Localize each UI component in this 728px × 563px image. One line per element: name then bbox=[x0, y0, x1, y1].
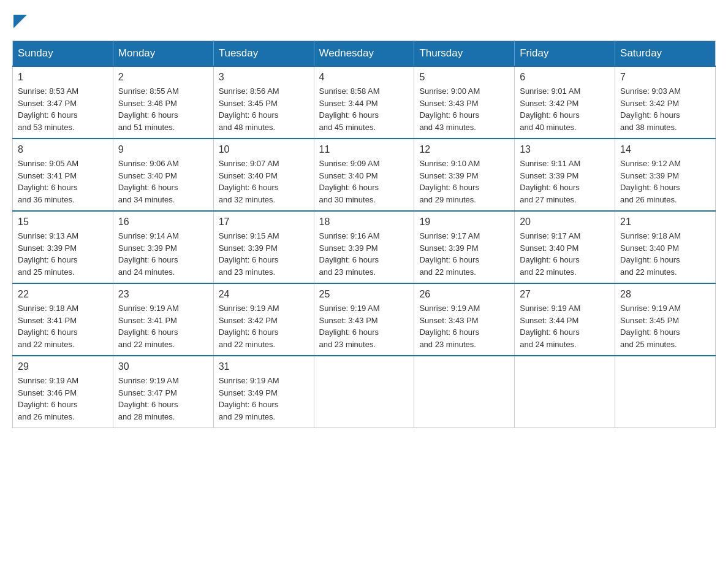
logo-triangle-icon bbox=[13, 15, 27, 28]
day-number: 26 bbox=[419, 289, 509, 300]
calendar-cell: 15 Sunrise: 9:13 AM Sunset: 3:39 PM Dayl… bbox=[13, 211, 113, 283]
day-number: 23 bbox=[118, 289, 208, 300]
day-header-friday: Friday bbox=[515, 41, 615, 67]
day-number: 9 bbox=[118, 144, 208, 155]
day-info: Sunrise: 9:16 AM Sunset: 3:39 PM Dayligh… bbox=[319, 230, 409, 278]
day-number: 8 bbox=[18, 144, 108, 155]
day-info: Sunrise: 9:11 AM Sunset: 3:39 PM Dayligh… bbox=[520, 158, 610, 205]
calendar-cell bbox=[615, 356, 716, 428]
calendar-cell bbox=[414, 356, 515, 428]
day-info: Sunrise: 8:53 AM Sunset: 3:47 PM Dayligh… bbox=[18, 85, 108, 133]
day-number: 12 bbox=[419, 144, 509, 155]
calendar-cell: 27 Sunrise: 9:19 AM Sunset: 3:44 PM Dayl… bbox=[515, 283, 615, 356]
day-info: Sunrise: 9:17 AM Sunset: 3:39 PM Dayligh… bbox=[419, 230, 509, 278]
day-number: 21 bbox=[620, 216, 710, 228]
day-info: Sunrise: 9:07 AM Sunset: 3:40 PM Dayligh… bbox=[219, 158, 309, 205]
day-number: 30 bbox=[118, 361, 208, 372]
logo-combined bbox=[12, 12, 27, 28]
calendar-week-row: 1 Sunrise: 8:53 AM Sunset: 3:47 PM Dayli… bbox=[13, 66, 716, 139]
calendar-cell: 17 Sunrise: 9:15 AM Sunset: 3:39 PM Dayl… bbox=[213, 211, 314, 283]
day-info: Sunrise: 9:12 AM Sunset: 3:39 PM Dayligh… bbox=[620, 158, 710, 205]
day-number: 11 bbox=[319, 144, 409, 155]
calendar-cell bbox=[314, 356, 414, 428]
page-header bbox=[12, 12, 716, 28]
calendar-cell: 19 Sunrise: 9:17 AM Sunset: 3:39 PM Dayl… bbox=[414, 211, 515, 283]
day-number: 16 bbox=[118, 216, 208, 228]
day-info: Sunrise: 9:01 AM Sunset: 3:42 PM Dayligh… bbox=[520, 85, 610, 133]
day-info: Sunrise: 9:10 AM Sunset: 3:39 PM Dayligh… bbox=[419, 158, 509, 205]
calendar-cell: 16 Sunrise: 9:14 AM Sunset: 3:39 PM Dayl… bbox=[113, 211, 213, 283]
day-number: 7 bbox=[620, 72, 710, 83]
calendar-cell: 26 Sunrise: 9:19 AM Sunset: 3:43 PM Dayl… bbox=[414, 283, 515, 356]
day-info: Sunrise: 9:06 AM Sunset: 3:40 PM Dayligh… bbox=[118, 158, 208, 205]
day-header-wednesday: Wednesday bbox=[314, 41, 414, 67]
day-info: Sunrise: 9:14 AM Sunset: 3:39 PM Dayligh… bbox=[118, 230, 208, 278]
calendar-cell: 4 Sunrise: 8:58 AM Sunset: 3:44 PM Dayli… bbox=[314, 66, 414, 139]
day-info: Sunrise: 8:56 AM Sunset: 3:45 PM Dayligh… bbox=[219, 85, 309, 133]
day-info: Sunrise: 9:19 AM Sunset: 3:42 PM Dayligh… bbox=[219, 302, 309, 350]
calendar-cell: 25 Sunrise: 9:19 AM Sunset: 3:43 PM Dayl… bbox=[314, 283, 414, 356]
day-info: Sunrise: 9:19 AM Sunset: 3:44 PM Dayligh… bbox=[520, 302, 610, 350]
day-header-sunday: Sunday bbox=[13, 41, 113, 67]
day-number: 3 bbox=[219, 72, 309, 83]
calendar-cell: 10 Sunrise: 9:07 AM Sunset: 3:40 PM Dayl… bbox=[213, 139, 314, 211]
day-number: 25 bbox=[319, 289, 409, 300]
svg-marker-0 bbox=[13, 15, 27, 28]
day-info: Sunrise: 9:17 AM Sunset: 3:40 PM Dayligh… bbox=[520, 230, 610, 278]
day-info: Sunrise: 9:18 AM Sunset: 3:41 PM Dayligh… bbox=[18, 302, 108, 350]
day-info: Sunrise: 9:19 AM Sunset: 3:43 PM Dayligh… bbox=[319, 302, 409, 350]
day-info: Sunrise: 8:58 AM Sunset: 3:44 PM Dayligh… bbox=[319, 85, 409, 133]
calendar-cell: 22 Sunrise: 9:18 AM Sunset: 3:41 PM Dayl… bbox=[13, 283, 113, 356]
calendar-cell: 5 Sunrise: 9:00 AM Sunset: 3:43 PM Dayli… bbox=[414, 66, 515, 139]
day-number: 27 bbox=[520, 289, 610, 300]
day-number: 19 bbox=[419, 216, 509, 228]
day-number: 2 bbox=[118, 72, 208, 83]
calendar-cell: 28 Sunrise: 9:19 AM Sunset: 3:45 PM Dayl… bbox=[615, 283, 716, 356]
calendar-cell: 12 Sunrise: 9:10 AM Sunset: 3:39 PM Dayl… bbox=[414, 139, 515, 211]
calendar-cell: 14 Sunrise: 9:12 AM Sunset: 3:39 PM Dayl… bbox=[615, 139, 716, 211]
day-number: 29 bbox=[18, 361, 108, 372]
day-number: 31 bbox=[219, 361, 309, 372]
calendar-cell: 11 Sunrise: 9:09 AM Sunset: 3:40 PM Dayl… bbox=[314, 139, 414, 211]
calendar-cell: 29 Sunrise: 9:19 AM Sunset: 3:46 PM Dayl… bbox=[13, 356, 113, 428]
day-info: Sunrise: 9:03 AM Sunset: 3:42 PM Dayligh… bbox=[620, 85, 710, 133]
calendar-week-row: 29 Sunrise: 9:19 AM Sunset: 3:46 PM Dayl… bbox=[13, 356, 716, 428]
calendar-week-row: 15 Sunrise: 9:13 AM Sunset: 3:39 PM Dayl… bbox=[13, 211, 716, 283]
day-info: Sunrise: 9:05 AM Sunset: 3:41 PM Dayligh… bbox=[18, 158, 108, 205]
calendar-cell: 1 Sunrise: 8:53 AM Sunset: 3:47 PM Dayli… bbox=[13, 66, 113, 139]
day-number: 15 bbox=[18, 216, 108, 228]
calendar-cell: 24 Sunrise: 9:19 AM Sunset: 3:42 PM Dayl… bbox=[213, 283, 314, 356]
calendar-cell: 7 Sunrise: 9:03 AM Sunset: 3:42 PM Dayli… bbox=[615, 66, 716, 139]
day-info: Sunrise: 9:19 AM Sunset: 3:46 PM Dayligh… bbox=[18, 375, 108, 423]
day-header-saturday: Saturday bbox=[615, 41, 716, 67]
calendar-cell bbox=[515, 356, 615, 428]
calendar-cell: 9 Sunrise: 9:06 AM Sunset: 3:40 PM Dayli… bbox=[113, 139, 213, 211]
calendar-week-row: 22 Sunrise: 9:18 AM Sunset: 3:41 PM Dayl… bbox=[13, 283, 716, 356]
calendar-cell: 6 Sunrise: 9:01 AM Sunset: 3:42 PM Dayli… bbox=[515, 66, 615, 139]
day-number: 17 bbox=[219, 216, 309, 228]
day-header-thursday: Thursday bbox=[414, 41, 515, 67]
day-number: 10 bbox=[219, 144, 309, 155]
day-info: Sunrise: 9:19 AM Sunset: 3:41 PM Dayligh… bbox=[118, 302, 208, 350]
day-info: Sunrise: 9:13 AM Sunset: 3:39 PM Dayligh… bbox=[18, 230, 108, 278]
day-info: Sunrise: 9:09 AM Sunset: 3:40 PM Dayligh… bbox=[319, 158, 409, 205]
day-info: Sunrise: 8:55 AM Sunset: 3:46 PM Dayligh… bbox=[118, 85, 208, 133]
day-number: 18 bbox=[319, 216, 409, 228]
day-number: 6 bbox=[520, 72, 610, 83]
calendar-cell: 3 Sunrise: 8:56 AM Sunset: 3:45 PM Dayli… bbox=[213, 66, 314, 139]
calendar-cell: 13 Sunrise: 9:11 AM Sunset: 3:39 PM Dayl… bbox=[515, 139, 615, 211]
calendar-cell: 2 Sunrise: 8:55 AM Sunset: 3:46 PM Dayli… bbox=[113, 66, 213, 139]
day-info: Sunrise: 9:00 AM Sunset: 3:43 PM Dayligh… bbox=[419, 85, 509, 133]
calendar-cell: 21 Sunrise: 9:18 AM Sunset: 3:40 PM Dayl… bbox=[615, 211, 716, 283]
logo bbox=[12, 12, 27, 28]
day-number: 20 bbox=[520, 216, 610, 228]
day-info: Sunrise: 9:19 AM Sunset: 3:47 PM Dayligh… bbox=[118, 375, 208, 423]
calendar-cell: 18 Sunrise: 9:16 AM Sunset: 3:39 PM Dayl… bbox=[314, 211, 414, 283]
calendar-header-row: SundayMondayTuesdayWednesdayThursdayFrid… bbox=[13, 41, 716, 67]
day-number: 28 bbox=[620, 289, 710, 300]
day-number: 13 bbox=[520, 144, 610, 155]
day-header-tuesday: Tuesday bbox=[213, 41, 314, 67]
day-number: 22 bbox=[18, 289, 108, 300]
day-number: 14 bbox=[620, 144, 710, 155]
calendar-table: SundayMondayTuesdayWednesdayThursdayFrid… bbox=[12, 40, 716, 428]
